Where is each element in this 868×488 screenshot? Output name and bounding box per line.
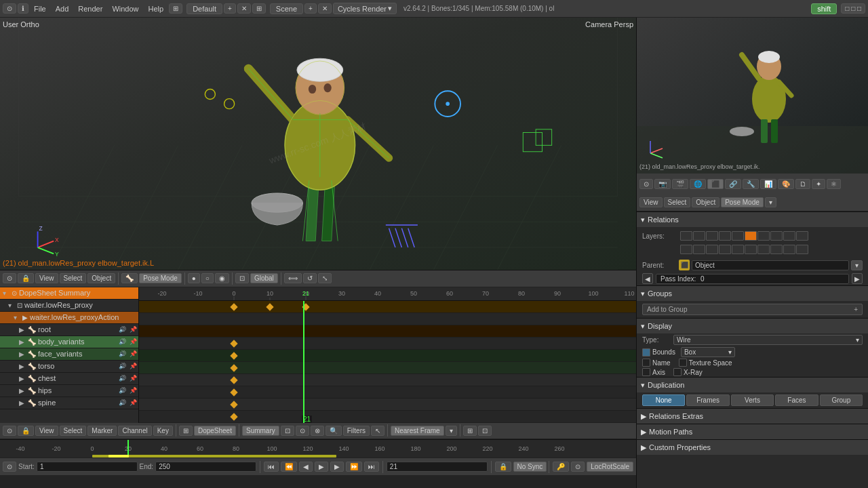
dup-none[interactable]: None: [642, 394, 685, 406]
ds-snap2[interactable]: ⊙: [296, 426, 309, 436]
channel-spine[interactable]: ▶ 🦴 spine 🔊 📌: [0, 397, 138, 409]
pass-index-value[interactable]: Pass Index: 0: [656, 274, 849, 284]
ds-snap3[interactable]: ⊗: [311, 426, 324, 436]
tab-pose-mode[interactable]: Pose Mode: [721, 197, 764, 207]
pose-mode-icon[interactable]: 🦴: [121, 273, 138, 283]
bounds-type-dropdown[interactable]: Box ▾: [681, 347, 735, 357]
viewport-transform2[interactable]: ↺: [303, 273, 317, 283]
prop-icon-btn[interactable]: ⊙: [639, 179, 653, 189]
prop-tab-data[interactable]: 📊: [760, 179, 776, 189]
keyframe-area[interactable]: -20 -10 0 10 20 30 40 50 60 70 80: [139, 287, 636, 423]
ds-pin[interactable]: 🔒: [18, 426, 34, 436]
timeline-row-summary[interactable]: [139, 301, 636, 313]
play-btn[interactable]: ▶: [315, 462, 328, 472]
channel-hips[interactable]: ▶ 🦴 hips 🔊 📌: [0, 385, 138, 397]
keyframe[interactable]: [230, 303, 237, 310]
display-header[interactable]: ▾ Display: [637, 319, 868, 333]
play-next-frame[interactable]: ▶: [330, 462, 344, 472]
layer-9[interactable]: [783, 231, 795, 241]
global-dropdown[interactable]: Global: [250, 273, 278, 283]
keyframe[interactable]: [230, 401, 237, 408]
extra-icons[interactable]: □ □ □: [841, 3, 865, 14]
tab-object[interactable]: Object: [692, 197, 719, 207]
scene-icon[interactable]: ⊞: [252, 3, 266, 14]
ds-mode-icon[interactable]: ⊞: [179, 426, 193, 436]
layer-18[interactable]: [770, 245, 783, 254]
dup-faces[interactable]: Faces: [775, 394, 818, 406]
play-prev-frame[interactable]: ◀: [299, 462, 313, 472]
bounds-check[interactable]: Bounds: [642, 348, 675, 357]
menu-render[interactable]: Render: [74, 3, 106, 14]
channel-chest[interactable]: ▶ 🦴 chest 🔊 📌: [0, 373, 138, 385]
ds-marker[interactable]: Marker: [87, 426, 117, 436]
layer-19[interactable]: [783, 245, 795, 254]
ds-summary-btn[interactable]: Summary: [242, 426, 279, 436]
layout-default[interactable]: Default: [186, 3, 222, 14]
relations-extras-header[interactable]: ▶ Relations Extras: [637, 409, 868, 424]
timeline-row-torso[interactable]: [139, 374, 636, 386]
prop-tab-modifiers[interactable]: 🔧: [743, 179, 759, 189]
ds-filter-icon[interactable]: 🔍: [326, 426, 342, 436]
keyframe[interactable]: [230, 376, 237, 384]
viewport-view-menu[interactable]: View: [35, 273, 58, 283]
ds-view[interactable]: View: [35, 426, 58, 436]
viewport-icon-btn[interactable]: ⊙: [3, 273, 16, 283]
layer-17[interactable]: [757, 245, 770, 254]
prop-tab-world[interactable]: 🌐: [690, 179, 706, 189]
layout-add[interactable]: +: [224, 3, 236, 14]
prop-tab-render[interactable]: 📷: [654, 179, 671, 189]
viewport-transform3[interactable]: ⤡: [318, 273, 332, 283]
ds-key[interactable]: Key: [153, 426, 173, 436]
prop-tab-material[interactable]: 🎨: [778, 179, 794, 189]
texture-space-checkbox[interactable]: [679, 359, 687, 367]
viewport-wire[interactable]: ○: [201, 273, 214, 283]
sync-dropdown[interactable]: No Sync: [513, 462, 547, 472]
layer-14[interactable]: [719, 245, 731, 254]
ds-channel[interactable]: Channel: [118, 426, 151, 436]
prop-tab-texture[interactable]: 🗋: [795, 179, 810, 189]
viewport-3d[interactable]: X Y Z www.rr-sc.com 人人素材 User Ortho Came…: [0, 18, 636, 270]
playhead[interactable]: [303, 301, 304, 423]
mute-icon[interactable]: 🔊: [119, 399, 126, 406]
pass-next[interactable]: ▶: [852, 273, 863, 284]
pose-dropdown[interactable]: ▾: [765, 197, 776, 207]
render-engine[interactable]: Cycles Render ▾: [333, 3, 397, 14]
layer-3[interactable]: [706, 231, 718, 241]
blender-icon-btn[interactable]: ⊙: [3, 3, 16, 14]
layer-8[interactable]: [770, 231, 783, 241]
play-prev-key[interactable]: ⏪: [281, 462, 297, 472]
timeline-row-face[interactable]: [139, 362, 636, 374]
dup-group[interactable]: Group: [820, 394, 863, 406]
viewport-object-menu[interactable]: Object: [87, 273, 115, 283]
mute-icon[interactable]: 🔊: [119, 363, 126, 369]
parent-dropdown[interactable]: ▾: [851, 260, 863, 270]
ds-filters[interactable]: Filters: [343, 426, 370, 436]
custom-properties-header[interactable]: ▶ Custom Properties: [637, 440, 868, 455]
axis-checkbox[interactable]: [642, 368, 650, 376]
tab-select[interactable]: Select: [664, 197, 691, 207]
keyframe[interactable]: [230, 352, 237, 359]
ds-cursor-mode[interactable]: ↖: [371, 426, 384, 436]
tab-view[interactable]: View: [639, 197, 663, 207]
prop-tab-scene[interactable]: 🎬: [672, 179, 688, 189]
ds-icon[interactable]: ⊙: [3, 426, 16, 436]
lower-timeline[interactable]: -40 -20 0 20 40 60 80 100 120 140 160 18…: [0, 440, 636, 458]
current-frame-input[interactable]: 21: [387, 462, 488, 472]
sync-icon[interactable]: 🔒: [495, 462, 511, 472]
ds-nearest-frame[interactable]: Nearest Frame: [391, 426, 444, 436]
pose-mode-dropdown[interactable]: Pose Mode: [139, 273, 182, 283]
shift-btn[interactable]: shift: [811, 3, 837, 14]
menu-file[interactable]: File: [30, 3, 50, 14]
name-check[interactable]: Name: [642, 359, 671, 367]
channel-root[interactable]: ▶ 🦴 root 🔊 📌: [0, 324, 138, 336]
viewport-select-menu[interactable]: Select: [60, 273, 87, 283]
pass-prev[interactable]: ◀: [642, 273, 653, 284]
keyframe[interactable]: [266, 303, 273, 310]
play-skip-end[interactable]: ⏭: [364, 462, 379, 472]
keying-icon[interactable]: 🔑: [553, 462, 569, 472]
add-group-btn[interactable]: Add to Group +: [642, 304, 863, 315]
layer-5[interactable]: [732, 231, 744, 241]
viewport-transform1[interactable]: ⟺: [284, 273, 302, 283]
menu-add[interactable]: Add: [52, 3, 73, 14]
prop-tab-particles[interactable]: ✦: [812, 179, 825, 189]
